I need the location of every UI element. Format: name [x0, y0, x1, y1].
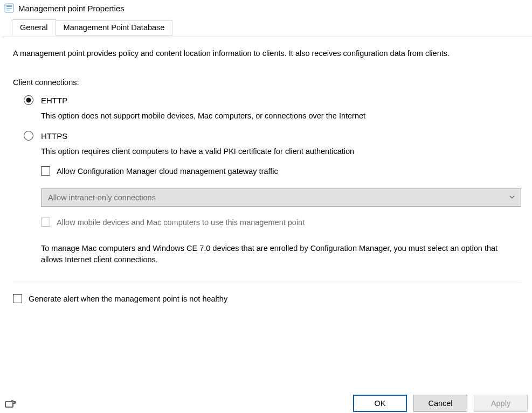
radio-ehttp-label: EHTTP	[41, 96, 67, 105]
client-connections-label: Client connections:	[13, 78, 521, 87]
window-body: General Management Point Database A mana…	[2, 19, 532, 411]
radio-https-label: HTTPS	[41, 131, 67, 141]
tab-management-point-database[interactable]: Management Point Database	[56, 20, 173, 36]
dialog-buttons: OK Cancel Apply	[353, 395, 528, 412]
checkbox-cmg-traffic[interactable]: Allow Configuration Manager cloud manage…	[41, 166, 521, 176]
connections-dropdown: Allow intranet-only connections	[41, 188, 521, 207]
checkbox-alert-label: Generate alert when the management point…	[29, 295, 227, 303]
radio-https[interactable]: HTTPS	[24, 131, 521, 141]
checkbox-generate-alert[interactable]: Generate alert when the management point…	[13, 294, 521, 303]
title-bar: Management point Properties	[0, 0, 532, 15]
ehttp-help-text: This option does not support mobile devi…	[41, 111, 521, 120]
radio-icon	[24, 95, 33, 105]
https-help-text: This option requires client computers to…	[41, 147, 521, 156]
description-text: A management point provides policy and c…	[13, 49, 521, 58]
chevron-down-icon	[509, 193, 515, 202]
svg-rect-1	[6, 5, 12, 7]
svg-rect-4	[5, 402, 13, 407]
separator	[13, 283, 521, 283]
svg-rect-2	[6, 8, 12, 9]
ok-button[interactable]: OK	[353, 395, 407, 412]
app-icon	[4, 3, 14, 13]
checkbox-icon	[41, 218, 50, 227]
refresh-icon[interactable]	[4, 398, 16, 412]
cancel-button[interactable]: Cancel	[413, 395, 467, 412]
window-title: Management point Properties	[18, 4, 125, 13]
svg-rect-3	[6, 10, 10, 11]
internet-note: To manage Mac computers and Windows CE 7…	[41, 243, 521, 265]
tab-general[interactable]: General	[12, 19, 56, 36]
checkbox-mobile-mac: Allow mobile devices and Mac computers t…	[41, 218, 521, 227]
checkbox-icon	[41, 166, 50, 176]
client-connections-group: EHTTP This option does not support mobil…	[24, 95, 521, 265]
radio-icon	[24, 131, 33, 141]
checkbox-cmg-label: Allow Configuration Manager cloud manage…	[57, 167, 278, 176]
tab-strip: General Management Point Database	[12, 19, 172, 36]
checkbox-mobile-label: Allow mobile devices and Mac computers t…	[57, 218, 305, 227]
radio-ehttp[interactable]: EHTTP	[24, 95, 521, 105]
checkbox-icon	[13, 294, 22, 303]
tab-panel-general: A management point provides policy and c…	[2, 37, 532, 411]
dropdown-value: Allow intranet-only connections	[48, 193, 156, 202]
apply-button: Apply	[474, 395, 528, 412]
